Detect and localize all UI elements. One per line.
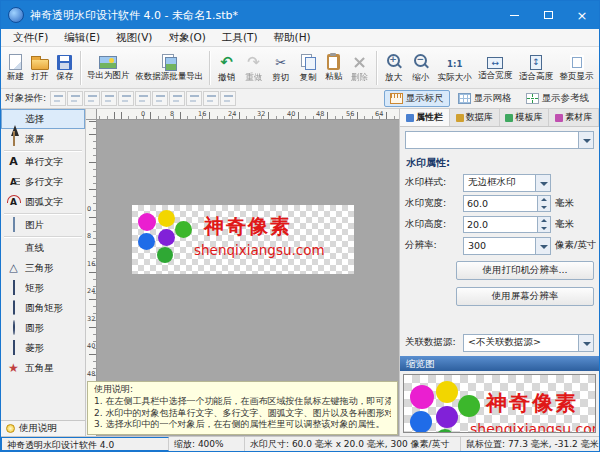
tool-rounded-rectangle[interactable]: 圆角矩形 (1, 298, 85, 318)
show-grid-toggle[interactable]: 显示网格 (452, 90, 518, 107)
tool-palette: 选择 滚屏 单行文字 多行文字 圆弧文字 图片 直线 三角形 矩形 圆角矩形 圆… (1, 109, 86, 436)
title-bar: 神奇透明水印设计软件 4.0 - 未命名1.stb* × (1, 1, 599, 29)
batch-export-icon (160, 54, 178, 70)
open-button[interactable]: 打开 (27, 48, 52, 88)
resolution-dropdown[interactable]: 300 (463, 237, 551, 255)
button-label: 新建 (7, 71, 24, 83)
align-right-icon[interactable] (84, 91, 100, 106)
show-ruler-toggle[interactable]: 显示标尺 (384, 90, 450, 107)
fit-width-button[interactable]: ↔适合宽度 (475, 48, 516, 88)
save-button[interactable]: 保存 (53, 48, 77, 88)
menu-help[interactable]: 帮助(H) (266, 29, 319, 46)
ruler-number: 48 (316, 110, 324, 118)
use-screen-resolution-button[interactable]: 使用屏幕分辨率 (456, 287, 594, 306)
tool-triangle[interactable]: 三角形 (1, 258, 85, 278)
align-top-icon[interactable] (101, 91, 117, 106)
batch-export-button[interactable]: 依数据源批量导出 (133, 48, 206, 88)
width-input[interactable] (464, 196, 537, 211)
menu-tools[interactable]: 工具(T) (214, 29, 266, 46)
redo-button[interactable]: 重做 (240, 48, 267, 88)
fit-page-button[interactable]: 整页显示 (556, 48, 597, 88)
distribute-vertical-icon[interactable] (220, 91, 236, 106)
tab-label: 数据库 (466, 111, 493, 124)
delete-button[interactable]: 删除 (346, 48, 373, 88)
tool-line[interactable]: 直线 (1, 238, 85, 258)
watermark-style-dropdown[interactable]: 无边框水印 (463, 174, 551, 192)
zoom-in-button[interactable]: +放大 (380, 48, 407, 88)
zoom-out-button[interactable]: −缩小 (407, 48, 434, 88)
export-image-button[interactable]: 导出为图片 (84, 48, 133, 88)
button-label: 剪切 (272, 72, 289, 84)
tool-rectangle[interactable]: 矩形 (1, 278, 85, 298)
menu-object[interactable]: 对象(O) (160, 29, 213, 46)
tool-label: 滚屏 (25, 133, 44, 146)
show-guides-toggle[interactable]: 显示参考线 (520, 90, 596, 107)
same-height-icon[interactable] (169, 91, 185, 106)
logo-dot-yellow (158, 210, 175, 227)
menu-file[interactable]: 文件(F) (5, 29, 56, 46)
logo-dot-green2 (157, 247, 173, 263)
same-width-icon[interactable] (152, 91, 168, 106)
copy-button[interactable]: 复制 (294, 48, 321, 88)
spin-up-icon[interactable] (538, 217, 550, 225)
fit-height-button[interactable]: ↕适合高度 (516, 48, 557, 88)
close-button[interactable]: × (565, 1, 599, 29)
tool-label: 矩形 (25, 282, 44, 295)
tab-properties[interactable]: 属性栏 (400, 109, 450, 126)
tool-star[interactable]: 五角星 (1, 358, 85, 378)
align-center-icon[interactable] (67, 91, 83, 106)
button-label: 适合高度 (519, 71, 553, 83)
object-selector-dropdown[interactable] (405, 131, 594, 149)
menu-view[interactable]: 视图(V) (108, 29, 160, 46)
tool-single-line-text[interactable]: 单行文字 (1, 152, 85, 172)
redo-icon (244, 53, 264, 71)
close-icon: × (577, 8, 588, 23)
tool-diamond[interactable]: 菱形 (1, 338, 85, 358)
tool-select[interactable]: 选择 (1, 109, 85, 129)
ruler-number: 64 (375, 110, 383, 118)
tool-label: 菱形 (25, 342, 44, 355)
spin-up-icon[interactable] (538, 196, 550, 204)
button-label: 适合宽度 (478, 70, 512, 82)
same-size-icon[interactable] (186, 91, 202, 106)
status-mouse-position: 鼠标位置: 77.3 毫米, -31.2 毫米 (461, 437, 599, 451)
use-printer-resolution-button[interactable]: 使用打印机分辨率... (456, 261, 594, 280)
tool-pan[interactable]: 滚屏 (1, 129, 85, 149)
new-button[interactable]: 新建 (3, 48, 27, 88)
cut-button[interactable]: 剪切 (267, 48, 294, 88)
actual-size-button[interactable]: 实际大小 (434, 48, 475, 88)
clipboard-icon (327, 54, 340, 70)
spin-down-icon[interactable] (538, 204, 550, 212)
tool-multi-line-text[interactable]: 多行文字 (1, 172, 85, 192)
tab-templates[interactable]: 模板库 (500, 109, 550, 126)
spin-down-icon[interactable] (538, 225, 550, 233)
tab-materials[interactable]: 素材库 (549, 109, 599, 126)
height-input[interactable] (464, 217, 537, 232)
ruler-icon (390, 93, 403, 104)
open-folder-icon (31, 59, 49, 70)
tool-image[interactable]: 图片 (1, 215, 85, 235)
datasource-dropdown[interactable]: <不关联数据源> (463, 334, 594, 352)
tab-database[interactable]: 数据库 (450, 109, 500, 126)
watermark-object[interactable]: 神奇像素 shenqixiangsu.com (132, 205, 354, 274)
rectangle-icon (13, 280, 15, 295)
fit-height-icon: ↕ (530, 55, 542, 70)
menu-edit[interactable]: 编辑(E) (56, 29, 108, 46)
window-title: 神奇透明水印设计软件 4.0 - 未命名1.stb* (30, 8, 497, 23)
distribute-horizontal-icon[interactable] (203, 91, 219, 106)
watermark-url-text: shenqixiangsu.com (470, 421, 596, 433)
maximize-button[interactable] (531, 1, 565, 29)
export-image-icon (99, 56, 117, 69)
multi-text-icon (6, 175, 21, 189)
help-button[interactable]: 使用说明 (1, 420, 85, 436)
undo-button[interactable]: 撤销 (213, 48, 240, 88)
button-label: 撤销 (218, 72, 235, 84)
tool-arc-text[interactable]: 圆弧文字 (1, 192, 85, 212)
align-left-icon[interactable] (50, 91, 66, 106)
align-middle-icon[interactable] (118, 91, 134, 106)
minimize-button[interactable] (497, 1, 531, 29)
tool-circle[interactable]: 圆形 (1, 318, 85, 338)
align-bottom-icon[interactable] (135, 91, 151, 106)
logo-dot-magenta (138, 213, 156, 231)
paste-button[interactable]: 粘贴 (322, 48, 346, 88)
